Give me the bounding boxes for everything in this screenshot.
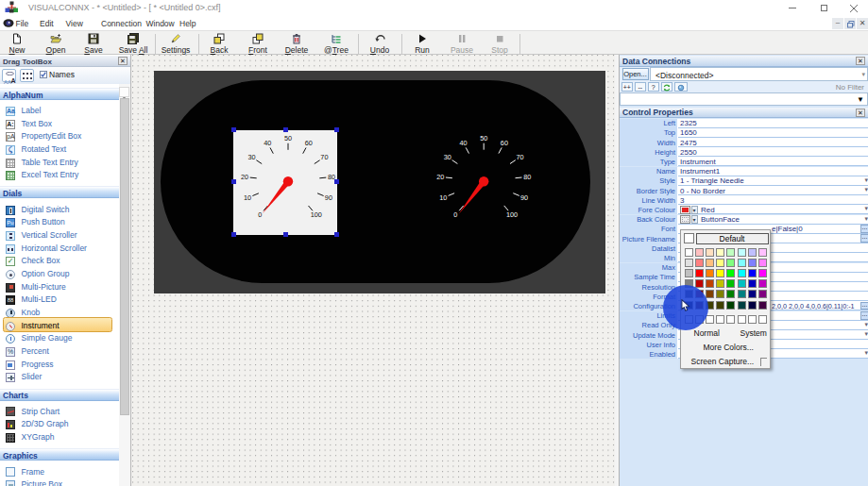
svg-text:40: 40	[459, 139, 467, 147]
svg-text:0: 0	[258, 210, 262, 219]
svg-text:100: 100	[311, 210, 322, 219]
svg-text:70: 70	[320, 153, 328, 161]
svg-text:60: 60	[305, 139, 313, 147]
svg-text:70: 70	[517, 153, 524, 161]
svg-text:20: 20	[241, 173, 248, 181]
svg-text:0: 0	[453, 210, 457, 219]
svg-text:90: 90	[520, 193, 528, 202]
svg-text:80: 80	[523, 173, 531, 181]
svg-text:20: 20	[436, 173, 444, 181]
svg-text:60: 60	[501, 139, 508, 147]
svg-text:40: 40	[264, 139, 271, 147]
svg-text:10: 10	[439, 193, 447, 202]
svg-text:10: 10	[244, 193, 251, 202]
svg-text:30: 30	[248, 153, 256, 161]
svg-text:30: 30	[444, 153, 451, 161]
svg-text:50: 50	[480, 134, 487, 142]
svg-text:100: 100	[506, 210, 518, 219]
svg-text:90: 90	[325, 193, 332, 202]
svg-text:50: 50	[284, 134, 292, 142]
